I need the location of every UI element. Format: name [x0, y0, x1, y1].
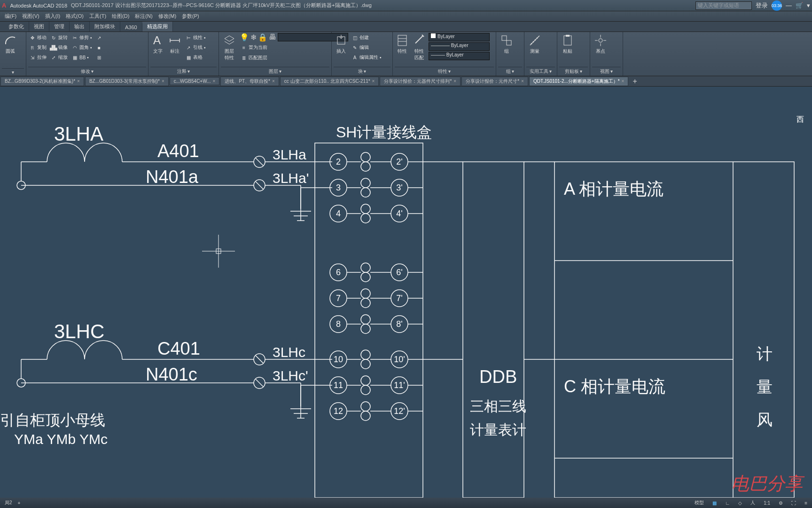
- ribbon-tab[interactable]: A360: [120, 23, 142, 32]
- leader-button[interactable]: ↗引线 •: [184, 43, 207, 52]
- ribbon-tab[interactable]: 管理: [49, 22, 70, 32]
- panel-title[interactable]: 组 ▾: [498, 67, 522, 76]
- freeze-icon[interactable]: ❄: [250, 33, 257, 42]
- gear-icon[interactable]: ⚙: [776, 500, 786, 506]
- menu-item[interactable]: 标注(N): [132, 13, 155, 20]
- close-icon[interactable]: ×: [162, 79, 164, 84]
- file-tab[interactable]: cc 山变二次部分110.. 北京四方CSC-211*×: [280, 77, 379, 86]
- group-button[interactable]: 组: [498, 33, 515, 56]
- file-tab[interactable]: 进线、PT、母联自投*×: [220, 77, 279, 86]
- panel-title[interactable]: 块 ▾: [334, 67, 390, 76]
- match-properties-button[interactable]: 特性 匹配: [412, 33, 427, 62]
- model-button[interactable]: 模型: [692, 500, 707, 506]
- panel-title[interactable]: 剪贴板 ▾: [559, 67, 588, 76]
- help-icon[interactable]: ▾: [807, 2, 810, 9]
- drawing-canvas[interactable]: 3LHA A401 N401a 3LHa 3LHa' 3LHC C401 N: [0, 87, 812, 498]
- customize-icon[interactable]: ≡: [802, 500, 810, 506]
- plot-icon[interactable]: 🖶: [269, 33, 276, 42]
- measure-button[interactable]: 测量: [526, 33, 543, 56]
- move-button[interactable]: ✥移动: [28, 33, 47, 42]
- insert-button[interactable]: 插入: [334, 33, 349, 56]
- panel-title[interactable]: 视图 ▾: [592, 67, 621, 76]
- fullscreen-icon[interactable]: ⛶: [789, 500, 799, 506]
- menu-item[interactable]: 修改(M): [156, 13, 180, 20]
- menu-item[interactable]: 编(F): [2, 13, 19, 20]
- svg-text:A: A: [153, 34, 161, 47]
- cart-icon[interactable]: 🛒: [796, 2, 803, 9]
- ribbon-tab[interactable]: 输出: [70, 22, 90, 32]
- table-button[interactable]: ▦表格: [184, 53, 207, 62]
- menu-item[interactable]: 插入(I): [42, 13, 63, 20]
- fillet-button[interactable]: ◠圆角 •: [70, 43, 93, 52]
- grid-toggle[interactable]: ▦: [710, 500, 719, 506]
- snap-toggle[interactable]: ∟: [722, 500, 733, 506]
- minimize-icon[interactable]: —: [786, 2, 792, 9]
- info-clock-icon[interactable]: 03:36: [772, 0, 782, 11]
- panel-title[interactable]: 注释 ▾: [150, 67, 217, 76]
- menu-item[interactable]: 参数(P): [179, 13, 202, 20]
- menu-item[interactable]: 格式(O): [63, 13, 86, 20]
- tool-button[interactable]: ↗: [95, 33, 103, 42]
- file-tab[interactable]: BZ...GB99D303-2(风机标准图集)*×: [0, 77, 84, 86]
- menu-item[interactable]: 工具(T): [86, 13, 109, 20]
- color-dropdown[interactable]: ByLayer: [429, 33, 490, 41]
- bulb-icon[interactable]: 💡: [240, 33, 249, 42]
- file-tab[interactable]: 分享设计报价：元件尺寸*×: [461, 77, 528, 86]
- ribbon-tab[interactable]: 参数化: [4, 22, 29, 32]
- layer-properties-button[interactable]: 图层 特性: [221, 33, 238, 62]
- edit-block-button[interactable]: ✎编辑: [351, 43, 383, 52]
- signin-button[interactable]: 登录: [756, 1, 768, 10]
- anno-toggle[interactable]: 人: [748, 500, 758, 506]
- close-icon[interactable]: ×: [77, 79, 80, 84]
- close-icon[interactable]: ×: [622, 79, 625, 84]
- edit-attr-button[interactable]: A编辑属性 •: [351, 53, 383, 62]
- ribbon-tab[interactable]: 附加模块: [90, 22, 120, 32]
- linear-button[interactable]: ⊢线性 •: [184, 33, 207, 42]
- new-tab-button[interactable]: +: [629, 77, 640, 86]
- close-icon[interactable]: ×: [212, 79, 215, 84]
- svg-text:11': 11': [394, 381, 405, 390]
- tool-button[interactable]: ⊞: [95, 53, 103, 62]
- trim-button[interactable]: ✂修剪 •: [70, 33, 93, 42]
- dimension-button[interactable]: 标注: [167, 33, 182, 56]
- file-tab[interactable]: 分享设计报价：元器件尺寸排列*×: [380, 77, 461, 86]
- copy-button[interactable]: ⎘复制: [28, 43, 47, 52]
- basepoint-button[interactable]: 基点: [592, 33, 609, 56]
- scale-label[interactable]: 1:1: [761, 500, 773, 506]
- panel-title[interactable]: 修改 ▾: [28, 67, 146, 76]
- lineweight-dropdown[interactable]: ———— ByLayer: [429, 42, 490, 51]
- panel-title[interactable]: 图层 ▾: [221, 67, 329, 76]
- close-icon[interactable]: ×: [272, 79, 275, 84]
- file-tab[interactable]: BZ...GB01D303-3(常用水泵控制)*×: [85, 77, 169, 86]
- close-icon[interactable]: ×: [453, 79, 456, 84]
- properties-button[interactable]: 特性: [395, 33, 410, 56]
- menu-item[interactable]: 绘图(D): [109, 13, 132, 20]
- ribbon-tab[interactable]: 视图: [29, 22, 49, 32]
- file-tab[interactable]: c...WGB54C+W...×: [170, 77, 219, 85]
- create-block-button[interactable]: ◫创建: [351, 33, 383, 42]
- array-button[interactable]: ▦BB •: [70, 53, 93, 62]
- layout-tab[interactable]: 局2: [2, 500, 15, 506]
- linetype-dropdown[interactable]: ——— ByLayer: [429, 52, 490, 60]
- text-button[interactable]: A 文字: [150, 33, 165, 56]
- rotate-button[interactable]: ↻旋转: [49, 33, 69, 42]
- panel-title[interactable]: 实用工具 ▾: [526, 67, 555, 76]
- tool-button[interactable]: ■: [95, 43, 103, 52]
- panel-modify: ✥移动 ⎘复制 ⇲拉伸 ↻旋转 ▟▙镜像 ⤢缩放 ✂修剪 • ◠圆角 • ▦BB…: [26, 32, 148, 76]
- add-layout-button[interactable]: +: [15, 500, 23, 506]
- panel-title[interactable]: 特性 ▾: [395, 67, 494, 76]
- paste-button[interactable]: 粘贴: [559, 33, 576, 56]
- close-icon[interactable]: ×: [521, 79, 524, 84]
- close-icon[interactable]: ×: [372, 79, 375, 84]
- arc-button[interactable]: 圆弧: [2, 33, 19, 56]
- stretch-button[interactable]: ⇲拉伸: [28, 53, 47, 62]
- scale-button[interactable]: ⤢缩放: [49, 53, 69, 62]
- mirror-button[interactable]: ▟▙镜像: [49, 43, 69, 52]
- ribbon-tab[interactable]: 精选应用: [142, 22, 173, 32]
- lock-icon[interactable]: 🔒: [258, 33, 267, 42]
- file-tab[interactable]: QDT.JS0101-2...分断断路器+隔离施工）*×: [529, 77, 629, 86]
- svg-text:12': 12': [394, 406, 405, 416]
- osnap-toggle[interactable]: ◇: [735, 500, 745, 506]
- menu-item[interactable]: 视图(V): [19, 13, 42, 20]
- help-search-input[interactable]: 键入关键字或短语: [695, 1, 752, 10]
